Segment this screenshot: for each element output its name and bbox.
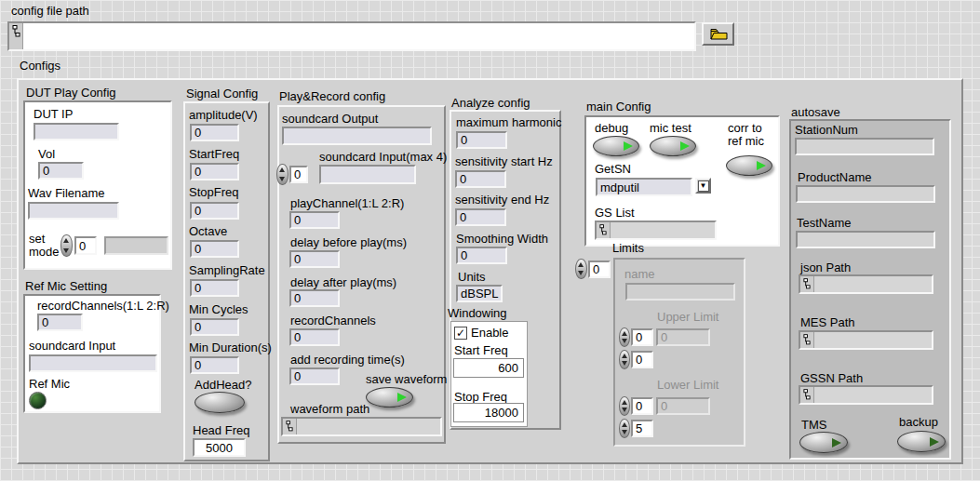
- test-name-label: TestName: [797, 217, 852, 230]
- limits-index-field[interactable]: 0: [588, 261, 611, 278]
- maximum-harmonic-label: maximum harmonic: [456, 116, 561, 129]
- limits-title: Limits: [612, 242, 644, 255]
- delay-after-play-label: delay after play(ms): [290, 276, 396, 289]
- mes-path-value[interactable]: [814, 332, 932, 348]
- dut-ip-field[interactable]: [34, 123, 119, 140]
- wav-filename-field[interactable]: [28, 202, 119, 220]
- upper-limit-display: 0: [656, 328, 710, 346]
- lower-limit-field-2[interactable]: 5: [631, 420, 653, 437]
- json-path-input[interactable]: [799, 274, 933, 294]
- delay-before-play-field[interactable]: 0: [289, 250, 340, 268]
- product-name-field[interactable]: [796, 185, 935, 203]
- mic-test-label: mic test: [650, 122, 691, 135]
- backup-label: backup: [899, 416, 938, 429]
- labview-front-panel: config file path Configs DUT Play Config…: [0, 0, 980, 481]
- ref-mic-led-label: Ref Mic: [29, 378, 70, 391]
- limits-name-field: [625, 283, 735, 301]
- lower-limit-spinner-1[interactable]: [619, 396, 630, 416]
- min-duration-field[interactable]: 0: [190, 356, 239, 374]
- json-path-label: json Path: [800, 261, 851, 274]
- getsn-combo-field[interactable]: mdputil: [596, 178, 692, 196]
- enable-checkbox[interactable]: ✓: [454, 327, 467, 340]
- waveform-path-value[interactable]: [297, 419, 440, 434]
- soundcard-input-max4-label: soundcard Input(max 4): [319, 151, 447, 164]
- gssn-path-input[interactable]: [799, 385, 933, 405]
- gs-list-path-value[interactable]: [611, 222, 715, 238]
- set-mode-field[interactable]: 0: [74, 236, 97, 255]
- corr-label-line2: ref mic: [728, 134, 764, 148]
- waveform-path-input[interactable]: [281, 417, 442, 436]
- soundcard-output-label: soundcard Output: [282, 113, 378, 126]
- start-freq-field[interactable]: 600: [453, 358, 524, 378]
- set-mode-spinner[interactable]: [60, 234, 73, 257]
- debug-label: debug: [595, 122, 628, 135]
- min-cycles-label: Min Cycles: [189, 303, 248, 316]
- head-freq-label: Head Freq: [193, 424, 249, 437]
- start-freq-label: Start Freq: [454, 344, 508, 357]
- gssn-path-value[interactable]: [814, 387, 932, 403]
- limits-name-label: name: [624, 268, 655, 281]
- stop-freq-field[interactable]: 18000: [453, 403, 524, 422]
- config-file-path-value[interactable]: [23, 23, 694, 49]
- lower-limit-spinner-2[interactable]: [619, 419, 630, 438]
- upper-limit-field-1[interactable]: 0: [631, 328, 653, 346]
- limits-index-spinner[interactable]: [575, 259, 587, 279]
- delay-before-play-label: delay before play(ms): [290, 236, 407, 249]
- test-name-field[interactable]: [796, 231, 935, 248]
- stopfreq-label: StopFreq: [189, 186, 238, 199]
- getsn-label: GetSN: [595, 163, 631, 176]
- lower-limit-field-1[interactable]: 0: [631, 397, 653, 415]
- soundcard-input-index-field[interactable]: 0: [289, 166, 308, 183]
- min-cycles-field[interactable]: 0: [190, 318, 239, 336]
- mes-path-input[interactable]: [799, 330, 933, 350]
- corr-to-ref-mic-toggle[interactable]: [726, 155, 772, 176]
- tms-toggle[interactable]: [799, 432, 848, 453]
- record-channels-field[interactable]: 0: [37, 314, 83, 331]
- add-recording-time-field[interactable]: 0: [289, 367, 340, 385]
- gs-list-path-input[interactable]: [595, 220, 717, 240]
- amplitude-field[interactable]: 0: [190, 124, 239, 141]
- smoothing-width-field[interactable]: 0: [456, 247, 507, 264]
- soundcard-input-index-spinner[interactable]: [276, 164, 289, 185]
- upper-limit-spinner-2[interactable]: [619, 350, 630, 369]
- maximum-harmonic-field[interactable]: 0: [456, 131, 507, 149]
- toggle-arrow-icon: [624, 141, 633, 151]
- octave-field[interactable]: 0: [190, 240, 239, 258]
- station-num-field[interactable]: [795, 138, 934, 155]
- path-glyph-icon: [800, 387, 814, 403]
- recordchannels-field[interactable]: 0: [289, 328, 340, 346]
- vol-label: Vol: [38, 148, 55, 161]
- samplingrate-field[interactable]: 0: [190, 279, 239, 297]
- set-mode-display: [104, 236, 168, 255]
- stopfreq-field[interactable]: 0: [190, 202, 239, 220]
- sensitivity-end-field[interactable]: 0: [455, 208, 506, 226]
- config-file-path-input[interactable]: [7, 21, 696, 51]
- startfreq-field[interactable]: 0: [190, 163, 239, 180]
- head-freq-field[interactable]: 5000: [193, 438, 246, 457]
- addhead-toggle[interactable]: [195, 392, 245, 413]
- chevron-down-icon: ▼: [698, 180, 709, 192]
- mes-path-label: MES Path: [800, 316, 855, 329]
- delay-after-play-field[interactable]: 0: [289, 289, 340, 307]
- soundcard-input-max4-field[interactable]: [319, 165, 416, 184]
- upper-limit-spinner-1[interactable]: [619, 327, 630, 347]
- browse-button[interactable]: [702, 22, 734, 46]
- set-mode-label-line2: mode: [29, 245, 60, 259]
- set-mode-label: set mode: [29, 233, 60, 259]
- toggle-arrow-icon: [397, 393, 407, 402]
- playchannel-field[interactable]: 0: [289, 211, 340, 229]
- json-path-value[interactable]: [814, 276, 932, 292]
- vol-field[interactable]: 0: [38, 162, 84, 180]
- upper-limit-field-2[interactable]: 0: [631, 351, 653, 368]
- soundcard-output-field[interactable]: [282, 127, 432, 145]
- debug-toggle[interactable]: [593, 136, 639, 156]
- mic-test-toggle[interactable]: [650, 136, 696, 156]
- sensitivity-start-field[interactable]: 0: [455, 170, 506, 188]
- ref-mic-led[interactable]: [29, 392, 47, 409]
- getsn-dropdown-button[interactable]: ▼: [695, 178, 711, 194]
- save-waveform-toggle[interactable]: [366, 387, 413, 408]
- ref-soundcard-input-field[interactable]: [29, 354, 157, 372]
- stop-freq-label: Stop Freq: [454, 391, 507, 404]
- backup-toggle[interactable]: [897, 431, 946, 452]
- units-field[interactable]: dBSPL: [456, 285, 503, 302]
